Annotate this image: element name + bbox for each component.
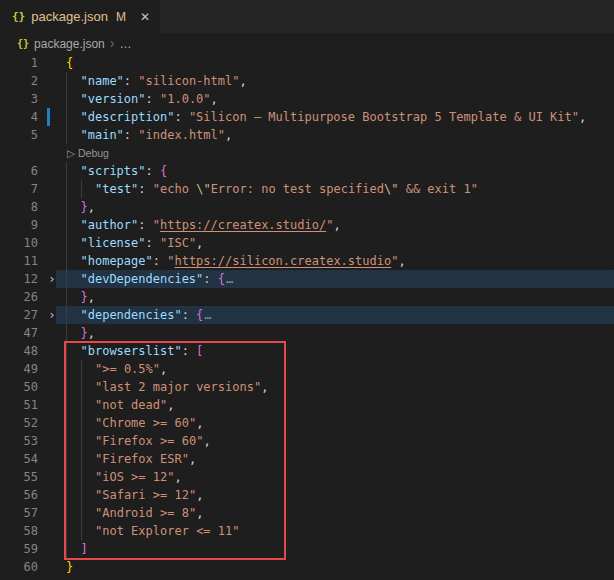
code-text[interactable]: "homepage": "https://silicon.createx.stu…	[66, 252, 614, 270]
line-number[interactable]: 6	[0, 162, 38, 180]
code-line-54[interactable]: 54"Firefox ESR",	[0, 450, 614, 468]
code-line-1[interactable]: 1{	[0, 54, 614, 72]
code-text[interactable]: "iOS >= 12",	[66, 468, 614, 486]
debug-codelens[interactable]: ▷ Debug	[0, 144, 614, 162]
code-line-50[interactable]: 50"last 2 major versions",	[0, 378, 614, 396]
code-line-9[interactable]: 9"author": "https://createx.studio/",	[0, 216, 614, 234]
code-line-12[interactable]: 12›"devDependencies": {…	[0, 270, 614, 288]
code-line-3[interactable]: 3"version": "1.0.0",	[0, 90, 614, 108]
code-text[interactable]: ]	[66, 540, 614, 558]
code-line-10[interactable]: 10"license": "ISC",	[0, 234, 614, 252]
line-number[interactable]: 49	[0, 360, 38, 378]
line-number[interactable]: 5	[0, 126, 38, 144]
code-line-56[interactable]: 56"Safari >= 12",	[0, 486, 614, 504]
line-number[interactable]: 1	[0, 54, 38, 72]
line-number[interactable]: 8	[0, 198, 38, 216]
code-text[interactable]: },	[66, 288, 614, 306]
code-line-2[interactable]: 2"name": "silicon-html",	[0, 72, 614, 90]
code-text[interactable]: "description": "Silicon – Multipurpose B…	[66, 108, 614, 126]
code-text[interactable]: "not Explorer <= 11"	[66, 522, 614, 540]
indent-guide	[66, 270, 67, 288]
indent-guide	[81, 360, 82, 378]
code-text[interactable]: "browserslist": [	[66, 342, 614, 360]
code-text[interactable]: "last 2 major versions",	[66, 378, 614, 396]
code-text[interactable]: "devDependencies": {…	[66, 270, 614, 288]
line-number[interactable]: 58	[0, 522, 38, 540]
fold-chevron-icon[interactable]: ›	[38, 306, 66, 324]
code-text[interactable]: "Chrome >= 60",	[66, 414, 614, 432]
code-line-59[interactable]: 59]	[0, 540, 614, 558]
line-number[interactable]: 2	[0, 72, 38, 90]
line-number[interactable]: 60	[0, 558, 38, 576]
line-number[interactable]: 55	[0, 468, 38, 486]
breadcrumb-symbol-ellipsis[interactable]: …	[119, 37, 131, 51]
close-icon[interactable]: ✕	[140, 10, 150, 24]
editor[interactable]: 1{2"name": "silicon-html",3"version": "1…	[0, 54, 614, 576]
code-text[interactable]: "test": "echo \"Error: no test specified…	[66, 180, 614, 198]
code-text[interactable]: "scripts": {	[66, 162, 614, 180]
code-text[interactable]: "license": "ISC",	[66, 234, 614, 252]
code-text[interactable]: "not dead",	[66, 396, 614, 414]
code-text[interactable]: }	[66, 558, 614, 576]
code-text[interactable]: {	[66, 54, 614, 72]
fold-gutter	[38, 234, 66, 252]
code-line-5[interactable]: 5"main": "index.html",	[0, 126, 614, 144]
fold-gutter	[38, 522, 66, 540]
code-line-57[interactable]: 57"Android >= 8",	[0, 504, 614, 522]
tab-package-json[interactable]: {} package.json M ✕	[0, 0, 160, 33]
line-number[interactable]: 51	[0, 396, 38, 414]
code-line-11[interactable]: 11"homepage": "https://silicon.createx.s…	[0, 252, 614, 270]
line-number[interactable]: 12	[0, 270, 38, 288]
line-number[interactable]: 57	[0, 504, 38, 522]
line-number[interactable]: 9	[0, 216, 38, 234]
code-line-58[interactable]: 58"not Explorer <= 11"	[0, 522, 614, 540]
code-line-49[interactable]: 49">= 0.5%",	[0, 360, 614, 378]
code-text[interactable]: },	[66, 198, 614, 216]
code-text[interactable]: "name": "silicon-html",	[66, 72, 614, 90]
code-text[interactable]: "Firefox >= 60",	[66, 432, 614, 450]
code-line-7[interactable]: 7"test": "echo \"Error: no test specifie…	[0, 180, 614, 198]
code-line-52[interactable]: 52"Chrome >= 60",	[0, 414, 614, 432]
code-text[interactable]: "main": "index.html",	[66, 126, 614, 144]
line-number[interactable]: 26	[0, 288, 38, 306]
code-line-53[interactable]: 53"Firefox >= 60",	[0, 432, 614, 450]
line-number[interactable]: 59	[0, 540, 38, 558]
code-text[interactable]: "Safari >= 12",	[66, 486, 614, 504]
line-number[interactable]: 56	[0, 486, 38, 504]
code-line-6[interactable]: 6"scripts": {	[0, 162, 614, 180]
code-text[interactable]: },	[66, 324, 614, 342]
code-line-48[interactable]: 48"browserslist": [	[0, 342, 614, 360]
line-number[interactable]: 53	[0, 432, 38, 450]
code-line-4[interactable]: 4"description": "Silicon – Multipurpose …	[0, 108, 614, 126]
code-line-26[interactable]: 26},	[0, 288, 614, 306]
fold-gutter	[38, 360, 66, 378]
code-line-27[interactable]: 27›"dependencies": {…	[0, 306, 614, 324]
code-line-8[interactable]: 8},	[0, 198, 614, 216]
line-number[interactable]: 3	[0, 90, 38, 108]
code-text[interactable]: "Android >= 8",	[66, 504, 614, 522]
code-line-60[interactable]: 60}	[0, 558, 614, 576]
code-line-51[interactable]: 51"not dead",	[0, 396, 614, 414]
breadcrumb-file[interactable]: package.json	[34, 37, 105, 51]
code-text[interactable]: "version": "1.0.0",	[66, 90, 614, 108]
line-number[interactable]: 54	[0, 450, 38, 468]
code-text[interactable]: "Firefox ESR",	[66, 450, 614, 468]
git-modified-badge: M	[116, 10, 126, 24]
line-number[interactable]: 10	[0, 234, 38, 252]
code-text[interactable]: "author": "https://createx.studio/",	[66, 216, 614, 234]
code-line-55[interactable]: 55"iOS >= 12",	[0, 468, 614, 486]
indent-guide	[66, 108, 67, 126]
fold-chevron-icon[interactable]: ›	[38, 270, 66, 288]
line-number[interactable]: 11	[0, 252, 38, 270]
line-number[interactable]: 47	[0, 324, 38, 342]
code-text[interactable]: "dependencies": {…	[66, 306, 614, 324]
line-number[interactable]: 50	[0, 378, 38, 396]
line-number[interactable]: 27	[0, 306, 38, 324]
line-number[interactable]: 48	[0, 342, 38, 360]
line-number[interactable]: 4	[0, 108, 38, 126]
line-number[interactable]: 7	[0, 180, 38, 198]
code-line-47[interactable]: 47},	[0, 324, 614, 342]
line-number[interactable]: 52	[0, 414, 38, 432]
code-text[interactable]: ">= 0.5%",	[66, 360, 614, 378]
breadcrumb: {} package.json › …	[0, 33, 614, 54]
